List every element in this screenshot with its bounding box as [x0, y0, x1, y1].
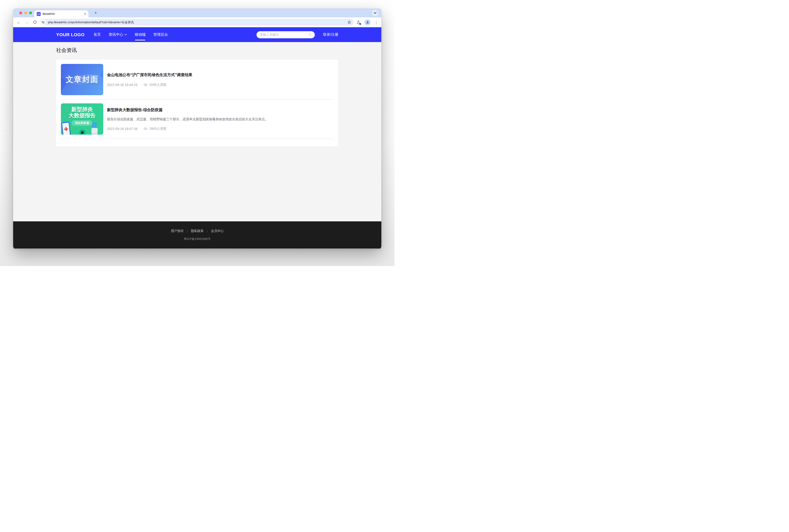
- browser-toolbar: ← → php.likeadmin.cn/pc/information/defa…: [13, 17, 381, 27]
- forward-icon[interactable]: →: [25, 20, 29, 24]
- nav-item-home[interactable]: 首页: [94, 32, 101, 37]
- page-title: 社会资讯: [56, 47, 338, 54]
- experiments-flask-icon[interactable]: [356, 20, 360, 24]
- chevron-down-icon: [374, 12, 376, 14]
- back-icon[interactable]: ←: [16, 20, 21, 24]
- article-list-card: 文章封面 金山电池公布“沪广深市民绿色生活方式”调查结果 2022-09-16 …: [56, 60, 338, 146]
- fingerprint-illustration: [92, 122, 97, 127]
- eye-icon: [144, 83, 148, 86]
- article-date: 2022-09-16 18:07:34: [107, 127, 137, 131]
- desktop-background: LA likeadmin × + ← → php.likeadmin.cn/pc…: [0, 0, 394, 266]
- window-zoom-button[interactable]: [29, 12, 32, 14]
- profile-avatar[interactable]: [364, 19, 371, 25]
- cover-placeholder-text: 文章封面: [65, 74, 98, 85]
- window-close-button[interactable]: [19, 12, 22, 14]
- site-logo[interactable]: YOUR LOGO: [56, 32, 84, 37]
- article-summary: 报告分综合防疫篇、武汉篇、拒绝野味篇三个部分，还原本次新型冠状病毒肺炎疫情发生前…: [107, 117, 334, 121]
- tab-title: likeadmin: [42, 12, 84, 16]
- login-register-link[interactable]: 登录/注册: [323, 32, 338, 37]
- article-views: 3180人浏览: [149, 83, 166, 87]
- search-box[interactable]: [257, 31, 315, 38]
- article-date: 2022-09-16 18:04:25: [107, 83, 137, 87]
- toolbar-actions: ⋮: [356, 19, 378, 25]
- search-input[interactable]: [260, 33, 308, 36]
- footer-separator: |: [207, 229, 208, 233]
- main-menu: 首页 资讯中心 移动端 管理后台: [94, 32, 168, 37]
- person-icon: [366, 20, 369, 24]
- article-title[interactable]: 新型肺炎大数据报告-综合防疫篇: [107, 108, 334, 113]
- phone-illustration: [61, 121, 71, 135]
- reload-icon[interactable]: [33, 20, 37, 24]
- cover-title-line1: 新型肺炎: [71, 107, 93, 113]
- page-viewport: YOUR LOGO 首页 资讯中心 移动端 管理后台 登录: [13, 27, 381, 249]
- article-title[interactable]: 金山电池公布“沪广深市民绿色生活方式”调查结果: [107, 72, 334, 78]
- watch-illustration: [78, 129, 86, 135]
- nav-item-admin[interactable]: 管理后台: [153, 32, 168, 37]
- tab-strip: LA likeadmin × +: [13, 8, 381, 17]
- flask-notification-dot: [359, 23, 361, 25]
- article-views: 1843人浏览: [149, 127, 166, 131]
- article-cover-image[interactable]: 文章封面: [61, 64, 103, 95]
- tab-search-button[interactable]: [372, 10, 378, 16]
- window-controls: [19, 12, 32, 14]
- site-favicon: LA: [37, 12, 41, 16]
- footer-link-user-agreement[interactable]: 用户协议: [171, 229, 184, 233]
- chevron-down-icon: [124, 34, 127, 36]
- site-navbar: YOUR LOGO 首页 资讯中心 移动端 管理后台 登录: [13, 27, 381, 42]
- machine-illustration: [91, 128, 98, 135]
- browser-tab[interactable]: LA likeadmin ×: [34, 10, 88, 17]
- site-footer: 用户协议 | 隐私政策 | 会员中心 粤ICP备19081985号: [13, 221, 381, 249]
- article-cover-image[interactable]: 新型肺炎 大数据报告 综合防疫篇: [61, 103, 103, 135]
- bookmark-star-icon[interactable]: [347, 20, 351, 24]
- site-settings-icon[interactable]: [40, 19, 46, 25]
- footer-separator: |: [187, 229, 188, 233]
- window-minimize-button[interactable]: [24, 12, 27, 14]
- cover-badge: 综合防疫篇: [72, 120, 92, 126]
- search-icon[interactable]: [308, 33, 312, 36]
- footer-link-privacy-policy[interactable]: 隐私政策: [191, 229, 204, 233]
- article-row[interactable]: 文章封面 金山电池公布“沪广深市民绿色生活方式”调查结果 2022-09-16 …: [61, 64, 334, 99]
- tab-close-icon[interactable]: ×: [84, 12, 86, 16]
- icp-record-number: 粤ICP备19081985号: [184, 237, 211, 241]
- footer-link-member-center[interactable]: 会员中心: [211, 229, 224, 233]
- nav-item-mobile[interactable]: 移动端: [135, 32, 146, 37]
- nav-item-news[interactable]: 资讯中心: [109, 32, 127, 37]
- url-bar[interactable]: php.likeadmin.cn/pc/information/default?…: [40, 19, 354, 25]
- cover-title-line2: 大数据报告: [69, 113, 96, 119]
- new-tab-button[interactable]: +: [93, 10, 99, 16]
- article-row[interactable]: 新型肺炎 大数据报告 综合防疫篇 新型肺炎大数据报告-综合防疫篇: [61, 99, 334, 139]
- browser-window: LA likeadmin × + ← → php.likeadmin.cn/pc…: [13, 8, 381, 249]
- eye-icon: [144, 127, 148, 130]
- browser-menu-icon[interactable]: ⋮: [375, 20, 378, 24]
- url-text[interactable]: php.likeadmin.cn/pc/information/default?…: [48, 20, 345, 24]
